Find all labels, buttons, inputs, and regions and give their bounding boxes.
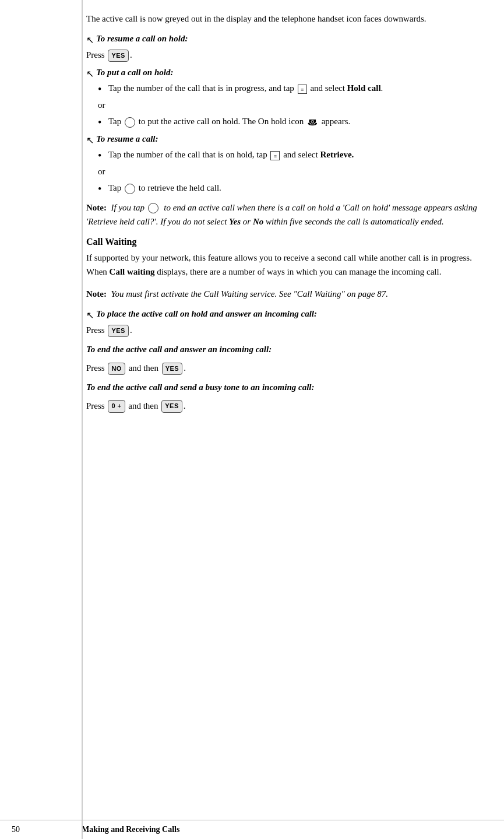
resume-call-heading: To resume a call: — [96, 134, 158, 144]
call-waiting-heading: Call Waiting — [86, 237, 481, 247]
note-text-1: If you tap to end an active call when th… — [86, 203, 477, 226]
yes-key-3: YES — [162, 363, 183, 375]
place-hold-answer-body: Press YES. — [86, 323, 481, 337]
resume-call-list: Tap the number of the call that is on ho… — [86, 148, 481, 162]
zero-plus-key: 0 + — [108, 400, 125, 413]
resume-hold-body: Press YES. — [86, 48, 481, 62]
page-number: 50 — [12, 825, 35, 834]
arrow-icon-2: ↖ — [86, 68, 94, 79]
place-hold-answer-heading: To place the active call on hold and ans… — [96, 309, 317, 319]
end-busy-heading: To end the active call and send a busy t… — [86, 381, 481, 394]
note-label-1: Note: — [86, 203, 107, 212]
put-hold-heading: To put a call on hold: — [96, 68, 173, 78]
put-hold-block: ↖ To put a call on hold: Tap the number … — [86, 68, 481, 128]
resume-hold-header: ↖ To resume a call on hold: — [86, 34, 481, 45]
resume-hold-heading: To resume a call on hold: — [96, 34, 188, 44]
call-waiting-body: If supported by your network, this featu… — [86, 251, 481, 279]
arrow-icon-1: ↖ — [86, 34, 94, 45]
or-line-1: or — [98, 99, 481, 112]
circle-icon-2 — [125, 184, 135, 194]
footer-title: Making and Receiving Calls — [82, 825, 179, 834]
resume-call-list-2: Tap to retrieve the held call. — [86, 181, 481, 195]
resume-call-item-2: Tap to retrieve the held call. — [98, 181, 481, 195]
yes-key-4: YES — [161, 400, 182, 413]
end-circle-icon — [148, 203, 158, 213]
end-answer-block: To end the active call and answer an inc… — [86, 343, 481, 375]
put-hold-item-1: Tap the number of the call that is in pr… — [98, 82, 481, 95]
note-activate: Note: You must first activate the Call W… — [86, 287, 481, 301]
content-area: The active call is now greyed out in the… — [86, 12, 481, 820]
yes-key-2: YES — [108, 325, 129, 338]
note-end-call: Note: If you tap to end an active call w… — [86, 201, 481, 229]
or-line-2: or — [98, 165, 481, 178]
phone-hold-icon: ☎ — [308, 116, 318, 128]
put-hold-list: Tap the number of the call that is in pr… — [86, 82, 481, 95]
end-busy-block: To end the active call and send a busy t… — [86, 381, 481, 413]
resume-call-block: ↖ To resume a call: Tap the number of th… — [86, 134, 481, 195]
menu-icon-1: ≡ — [298, 85, 307, 94]
place-hold-answer-block: ↖ To place the active call on hold and a… — [86, 309, 481, 337]
arrow-icon-4: ↖ — [86, 310, 94, 321]
resume-hold-block: ↖ To resume a call on hold: Press YES. — [86, 34, 481, 62]
page-wrapper: The active call is now greyed out in the… — [0, 0, 504, 839]
end-busy-body: Press 0 + and then YES. — [86, 399, 481, 413]
footer: 50 Making and Receiving Calls — [0, 820, 504, 839]
resume-call-header: ↖ To resume a call: — [86, 134, 481, 146]
end-answer-body: Press NO and then YES. — [86, 361, 481, 375]
note-label-2: Note: — [86, 289, 107, 299]
intro-text: The active call is now greyed out in the… — [86, 12, 481, 26]
circle-icon-1 — [125, 117, 135, 128]
no-key: NO — [108, 363, 125, 375]
end-answer-heading: To end the active call and answer an inc… — [86, 343, 481, 356]
put-hold-list-2: Tap to put the active call on hold. The … — [86, 115, 481, 128]
menu-icon-2: ≡ — [270, 151, 280, 160]
resume-call-item-1: Tap the number of the call that is on ho… — [98, 148, 481, 162]
left-border — [82, 0, 83, 839]
place-hold-answer-header: ↖ To place the active call on hold and a… — [86, 309, 481, 321]
note-text-2: You must first activate the Call Waiting… — [109, 289, 388, 299]
put-hold-item-2: Tap to put the active call on hold. The … — [98, 115, 481, 128]
put-hold-header: ↖ To put a call on hold: — [86, 68, 481, 79]
arrow-icon-3: ↖ — [86, 135, 94, 146]
yes-key-1: YES — [108, 50, 129, 62]
